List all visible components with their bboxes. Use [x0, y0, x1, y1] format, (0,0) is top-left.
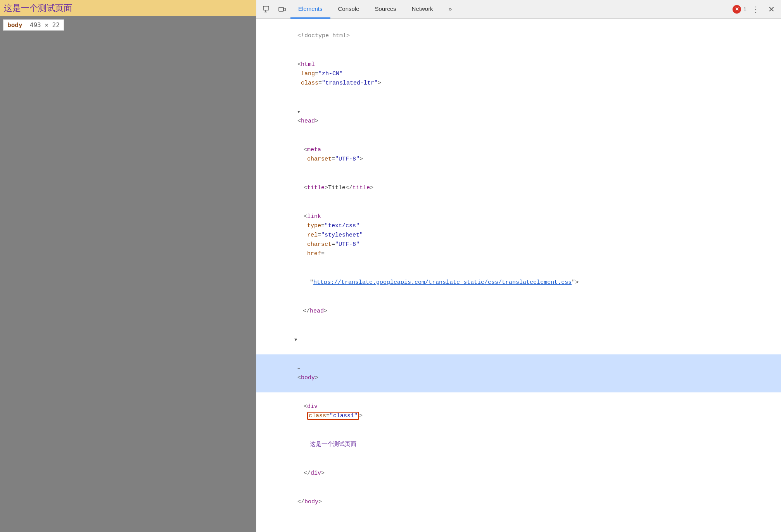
line-head-close[interactable]: </head>	[256, 297, 781, 326]
line-body-open[interactable]: − <body>	[256, 354, 781, 392]
triangle-head: ▼	[297, 109, 303, 116]
browser-window: 这是一个测试页面 body 493 × 22	[0, 0, 781, 532]
more-options-button[interactable]: ⋮	[749, 3, 763, 16]
devtools-toolbar: Elements Console Sources Network » ✕ 1 ⋮…	[256, 0, 781, 19]
line-html[interactable]: <html lang="zh-CN" class="translated-ltr…	[256, 50, 781, 98]
line-head-open[interactable]: ▼ <head>	[256, 98, 781, 136]
highlighted-attribute: class="class1"	[307, 412, 359, 420]
tab-network[interactable]: Network	[404, 0, 441, 19]
triangle-body: −	[297, 366, 303, 373]
devtools-panel: Elements Console Sources Network » ✕ 1 ⋮…	[256, 0, 781, 532]
line-text-content[interactable]: 这是一个测试页面	[256, 430, 781, 459]
devtools-tabs: Elements Console Sources Network »	[290, 0, 731, 19]
device-toggle-button[interactable]	[275, 2, 289, 16]
error-icon: ✕	[735, 6, 739, 12]
svg-rect-3	[279, 7, 283, 11]
inspect-icon	[263, 5, 270, 13]
line-link-href[interactable]: "https://translate.googleapis.com/transl…	[256, 268, 781, 297]
doctype-text: <!doctype html>	[297, 33, 350, 39]
element-tooltip: body 493 × 22	[3, 19, 64, 31]
tab-elements[interactable]: Elements	[290, 0, 330, 19]
tooltip-tag: body	[7, 21, 22, 29]
line-div-open[interactable]: <div class="class1">	[256, 392, 781, 430]
devtools-content: <!doctype html> <html lang="zh-CN" class…	[256, 19, 781, 532]
tooltip-dims: 493 × 22	[26, 21, 60, 29]
line-link[interactable]: <link type="text/css" rel="stylesheet" c…	[256, 202, 781, 268]
line-doctype[interactable]: <!doctype html>	[256, 22, 781, 50]
toolbar-right: ✕ 1 ⋮ ✕	[733, 3, 778, 16]
line-title[interactable]: <title>Title</title>	[256, 174, 781, 202]
line-body-close[interactable]: </body>	[256, 488, 781, 516]
webpage-content: 这是一个测试页面 body 493 × 22	[0, 0, 256, 31]
svg-rect-0	[263, 6, 269, 10]
tab-sources[interactable]: Sources	[367, 0, 404, 19]
device-icon	[278, 5, 286, 13]
line-meta[interactable]: <meta charset="UTF-8">	[256, 136, 781, 174]
elements-panel: <!doctype html> <html lang="zh-CN" class…	[256, 19, 781, 520]
close-devtools-button[interactable]: ✕	[765, 4, 778, 15]
error-badge: ✕	[733, 5, 741, 14]
chinese-text: 这是一个测试页面	[310, 441, 356, 448]
line-separator: ▼	[256, 326, 781, 354]
tab-console[interactable]: Console	[330, 0, 367, 19]
tab-more[interactable]: »	[441, 0, 460, 19]
translate-css-link[interactable]: https://translate.googleapis.com/transla…	[313, 279, 572, 286]
inspect-element-button[interactable]	[259, 2, 273, 16]
webpage-preview: 这是一个测试页面 body 493 × 22	[0, 0, 256, 532]
line-div-close[interactable]: </div>	[256, 459, 781, 488]
svg-rect-4	[283, 8, 285, 11]
error-count: 1	[743, 6, 746, 12]
page-text-bar: 这是一个测试页面	[0, 0, 256, 16]
page-text: 这是一个测试页面	[4, 3, 72, 13]
